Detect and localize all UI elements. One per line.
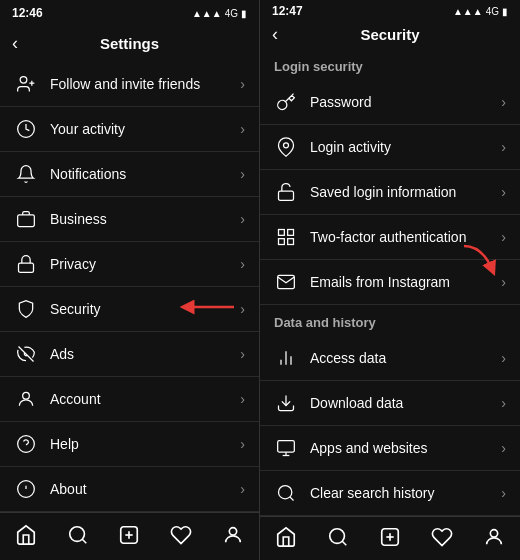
activity-chevron: › — [240, 121, 245, 137]
right-bottom-nav — [260, 516, 520, 560]
left-status-icons: ▲▲▲ 4G ▮ — [192, 8, 247, 19]
download-data-label: Download data — [310, 395, 501, 411]
left-status-time: 12:46 — [12, 6, 43, 20]
right-nav-search[interactable] — [318, 517, 358, 557]
signal-icon: ▲▲▲ — [192, 8, 222, 19]
security-item-password[interactable]: Password › — [260, 80, 520, 125]
download-data-chevron: › — [501, 395, 506, 411]
follow-label: Follow and invite friends — [50, 76, 240, 92]
access-data-icon — [274, 346, 298, 370]
left-nav-profile[interactable] — [213, 515, 253, 555]
right-signal-icon: ▲▲▲ — [453, 6, 483, 17]
settings-item-help[interactable]: Help › — [0, 422, 259, 467]
svg-point-0 — [20, 77, 27, 84]
security-item-clear-search[interactable]: Clear search history › — [260, 471, 520, 516]
two-factor-label: Two-factor authentication — [310, 229, 501, 245]
ads-chevron: › — [240, 346, 245, 362]
business-label: Business — [50, 211, 240, 227]
svg-line-32 — [290, 497, 294, 501]
two-factor-icon — [274, 225, 298, 249]
settings-item-activity[interactable]: Your activity › — [0, 107, 259, 152]
apps-websites-chevron: › — [501, 440, 506, 456]
help-label: Help — [50, 436, 240, 452]
security-icon — [14, 297, 38, 321]
about-chevron: › — [240, 481, 245, 497]
security-item-two-factor[interactable]: Two-factor authentication › — [260, 215, 520, 260]
settings-item-about[interactable]: About › — [0, 467, 259, 512]
settings-item-follow[interactable]: Follow and invite friends › — [0, 62, 259, 107]
account-icon — [14, 387, 38, 411]
right-network-type: 4G — [486, 6, 499, 17]
business-icon — [14, 207, 38, 231]
right-nav-title: Security — [360, 26, 419, 43]
saved-login-chevron: › — [501, 184, 506, 200]
privacy-label: Privacy — [50, 256, 240, 272]
access-data-chevron: › — [501, 350, 506, 366]
login-activity-chevron: › — [501, 139, 506, 155]
account-label: Account — [50, 391, 240, 407]
svg-point-6 — [23, 392, 30, 399]
saved-login-label: Saved login information — [310, 184, 501, 200]
ads-label: Ads — [50, 346, 240, 362]
about-icon — [14, 477, 38, 501]
access-data-label: Access data — [310, 350, 501, 366]
svg-rect-28 — [278, 441, 295, 453]
left-bottom-nav — [0, 512, 259, 560]
saved-login-icon — [274, 180, 298, 204]
left-nav-home[interactable] — [6, 515, 46, 555]
security-item-apps-websites[interactable]: Apps and websites › — [260, 426, 520, 471]
settings-item-ads[interactable]: Ads › — [0, 332, 259, 377]
about-label: About — [50, 481, 240, 497]
svg-line-34 — [342, 541, 346, 545]
svg-rect-22 — [279, 239, 285, 245]
activity-label: Your activity — [50, 121, 240, 137]
left-back-button[interactable]: ‹ — [12, 33, 18, 54]
svg-point-33 — [330, 529, 345, 544]
svg-rect-21 — [288, 230, 294, 236]
right-status-time: 12:47 — [272, 4, 303, 18]
network-type: 4G — [225, 8, 238, 19]
download-data-icon — [274, 391, 298, 415]
left-nav-bar: ‹ Settings — [0, 24, 259, 62]
security-item-login-activity[interactable]: Login activity › — [260, 125, 520, 170]
settings-item-privacy[interactable]: Privacy › — [0, 242, 259, 287]
security-item-access-data[interactable]: Access data › — [260, 336, 520, 381]
svg-rect-4 — [18, 215, 35, 227]
svg-point-31 — [279, 486, 292, 499]
notifications-label: Notifications — [50, 166, 240, 182]
security-item-download-data[interactable]: Download data › — [260, 381, 520, 426]
settings-item-notifications[interactable]: Notifications › — [0, 152, 259, 197]
left-nav-add[interactable] — [109, 515, 149, 555]
clear-search-icon — [274, 481, 298, 505]
clear-search-label: Clear search history — [310, 485, 501, 501]
login-security-header: Login security — [260, 49, 520, 80]
help-icon — [14, 432, 38, 456]
notifications-icon — [14, 162, 38, 186]
security-item-saved-login[interactable]: Saved login information › — [260, 170, 520, 215]
apps-websites-label: Apps and websites — [310, 440, 501, 456]
ads-icon — [14, 342, 38, 366]
security-chevron: › — [240, 301, 245, 317]
battery-icon: ▮ — [241, 8, 247, 19]
right-nav-profile[interactable] — [474, 517, 514, 557]
settings-item-security[interactable]: Security › — [0, 287, 259, 332]
left-nav-heart[interactable] — [161, 515, 201, 555]
follow-chevron: › — [240, 76, 245, 92]
svg-rect-19 — [279, 191, 294, 200]
activity-icon — [14, 117, 38, 141]
settings-item-account[interactable]: Account › — [0, 377, 259, 422]
security-item-emails[interactable]: Emails from Instagram › — [260, 260, 520, 305]
help-chevron: › — [240, 436, 245, 452]
right-nav-home[interactable] — [266, 517, 306, 557]
right-back-button[interactable]: ‹ — [272, 24, 278, 45]
settings-item-business[interactable]: Business › — [0, 197, 259, 242]
privacy-icon — [14, 252, 38, 276]
two-factor-chevron: › — [501, 229, 506, 245]
right-nav-heart[interactable] — [422, 517, 462, 557]
svg-point-18 — [284, 143, 289, 148]
right-nav-bar: ‹ Security — [260, 20, 520, 49]
svg-point-38 — [490, 530, 497, 537]
right-nav-add[interactable] — [370, 517, 410, 557]
follow-icon — [14, 72, 38, 96]
left-nav-search[interactable] — [58, 515, 98, 555]
